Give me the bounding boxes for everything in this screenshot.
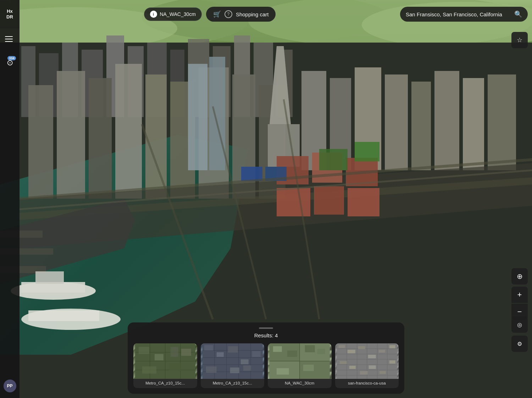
results-grid: Metro_CA_z10_15c... <box>133 343 399 388</box>
hamburger-icon <box>5 41 13 42</box>
svg-rect-24 <box>115 64 142 199</box>
results-panel: Results: 4 <box>128 322 404 394</box>
svg-rect-78 <box>169 363 181 371</box>
result-thumb-2 <box>201 343 265 379</box>
svg-rect-111 <box>305 345 315 352</box>
svg-rect-94 <box>240 359 248 364</box>
svg-rect-77 <box>155 354 164 360</box>
svg-rect-133 <box>368 365 376 369</box>
svg-rect-81 <box>171 347 178 357</box>
svg-rect-50 <box>35 271 64 284</box>
settings-icon: ⚙ <box>517 341 522 347</box>
header: Hx DR i NA_WAC_30cm 🛒 ? Shopping cart 🔍 <box>0 0 532 28</box>
result-card-2[interactable]: Metro_CA_z10_15c... <box>201 343 265 388</box>
logo-area: Hx DR <box>0 0 20 28</box>
svg-rect-76 <box>139 347 149 354</box>
svg-rect-93 <box>228 346 238 353</box>
zoom-in-button[interactable]: + <box>511 287 528 303</box>
svg-rect-41 <box>488 74 516 170</box>
svg-rect-126 <box>358 346 365 349</box>
svg-rect-96 <box>206 366 216 373</box>
result-thumb-3 <box>268 343 332 379</box>
svg-rect-80 <box>142 366 156 374</box>
svg-rect-25 <box>145 74 167 199</box>
svg-rect-98 <box>243 365 251 371</box>
result-thumb-1 <box>133 343 197 379</box>
svg-rect-125 <box>347 350 355 353</box>
layers-button[interactable]: 334 ⊙ <box>7 58 13 67</box>
result-card-4[interactable]: san-francisco-ca-usa <box>335 343 399 388</box>
svg-rect-56 <box>277 188 310 216</box>
search-icon[interactable]: 🔍 <box>514 10 522 18</box>
search-input[interactable] <box>406 11 511 17</box>
result-label-1: Metro_CA_z10_15c... <box>133 379 197 388</box>
svg-rect-106 <box>273 346 282 352</box>
bottom-right-controls: ◎ ⚙ <box>511 316 528 352</box>
svg-rect-39 <box>434 71 459 170</box>
svg-rect-59 <box>319 149 348 170</box>
svg-rect-61 <box>241 167 262 181</box>
globe-button[interactable]: ⊕ <box>511 268 528 284</box>
left-sidebar: 334 ⊙ <box>0 28 20 398</box>
svg-rect-129 <box>389 345 395 348</box>
info-label: NA_WAC_30cm <box>160 11 196 17</box>
star-button[interactable]: ☆ <box>511 32 528 48</box>
result-label-2: Metro_CA_z10_15c... <box>201 379 265 388</box>
cart-label: Shopping cart <box>236 11 269 17</box>
svg-rect-134 <box>379 371 386 374</box>
result-thumb-4 <box>335 343 399 379</box>
right-top-controls: ☆ <box>511 32 528 48</box>
svg-rect-124 <box>338 345 345 348</box>
result-card-3[interactable]: NA_WAC_30cm <box>268 343 332 388</box>
svg-rect-95 <box>252 351 260 357</box>
star-icon: ☆ <box>517 36 522 44</box>
svg-rect-32 <box>188 64 207 170</box>
results-title: Results: 4 <box>133 332 399 338</box>
svg-rect-130 <box>339 361 347 364</box>
svg-rect-92 <box>216 352 223 357</box>
zoom-controls: + − <box>511 287 528 320</box>
search-bar[interactable]: 🔍 <box>400 7 528 22</box>
info-icon: i <box>150 11 157 18</box>
svg-rect-135 <box>389 360 395 364</box>
svg-rect-107 <box>287 350 297 357</box>
cart-icon: 🛒 <box>213 10 221 18</box>
svg-rect-33 <box>209 57 225 170</box>
user-avatar[interactable]: PP <box>4 380 16 392</box>
svg-rect-40 <box>463 78 484 170</box>
svg-rect-23 <box>89 78 112 199</box>
hamburger-icon <box>5 36 13 37</box>
svg-rect-22 <box>57 71 85 199</box>
user-avatar-area: PP <box>0 380 20 392</box>
svg-rect-37 <box>385 74 408 170</box>
svg-rect-52 <box>28 310 99 321</box>
hamburger-icon <box>5 39 13 39</box>
svg-rect-132 <box>360 371 367 375</box>
logo-subtext: DR <box>6 14 13 20</box>
svg-rect-109 <box>317 349 325 354</box>
svg-rect-128 <box>378 350 385 353</box>
nav-controls: ⊕ <box>511 268 528 284</box>
drag-handle[interactable] <box>259 327 273 329</box>
svg-rect-108 <box>303 365 314 371</box>
help-icon: ? <box>225 10 232 18</box>
result-label-3: NA_WAC_30cm <box>268 379 332 388</box>
svg-rect-60 <box>355 142 379 161</box>
menu-button[interactable] <box>4 33 16 45</box>
svg-rect-110 <box>277 368 289 375</box>
settings-button[interactable]: ⚙ <box>511 336 528 352</box>
info-pill[interactable]: i NA_WAC_30cm <box>144 7 202 21</box>
compass-button[interactable]: ◎ <box>511 316 528 333</box>
svg-rect-97 <box>230 367 239 373</box>
svg-rect-91 <box>204 345 213 350</box>
svg-rect-79 <box>181 349 191 356</box>
compass-icon: ◎ <box>517 321 522 328</box>
globe-icon: ⊕ <box>517 272 523 281</box>
layer-badge: 334 <box>7 56 16 60</box>
svg-rect-127 <box>368 355 376 358</box>
header-center: i NA_WAC_30cm 🛒 ? Shopping cart <box>20 7 400 22</box>
result-card-1[interactable]: Metro_CA_z10_15c... <box>133 343 197 388</box>
svg-rect-58 <box>348 188 379 216</box>
svg-rect-57 <box>314 186 344 215</box>
cart-button[interactable]: 🛒 ? Shopping cart <box>206 7 276 22</box>
